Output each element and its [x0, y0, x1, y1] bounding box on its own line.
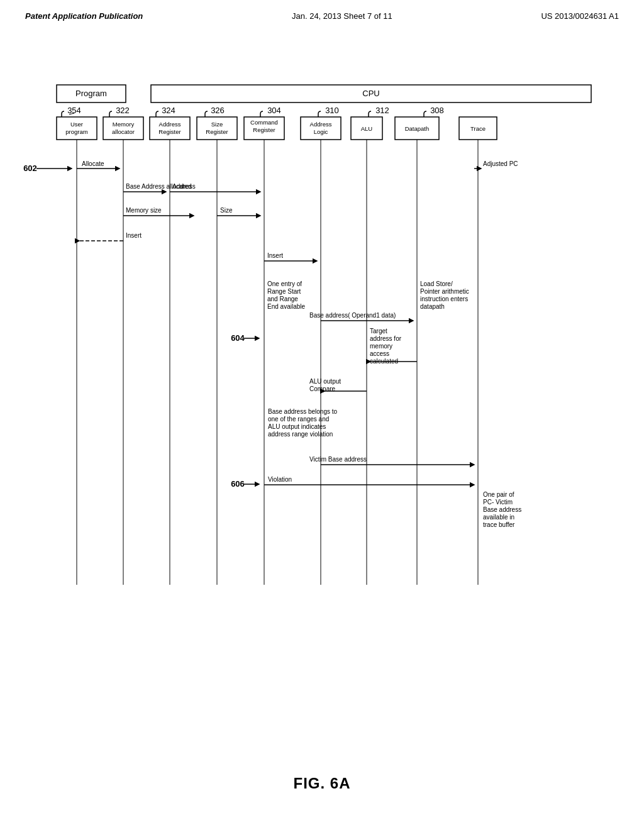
svg-text:308: 308 [430, 106, 444, 115]
svg-text:304: 304 [267, 106, 281, 115]
header-left: Patent Application Publication [25, 11, 143, 21]
svg-text:Violation: Violation [268, 476, 292, 483]
svg-text:CPU: CPU [362, 89, 379, 98]
svg-text:Insert: Insert [267, 252, 283, 259]
svg-text:606: 606 [231, 479, 245, 489]
svg-text:Trace: Trace [470, 125, 486, 132]
svg-text:Address: Address [310, 121, 332, 128]
svg-text:Victim Base address: Victim Base address [309, 456, 367, 463]
svg-text:Load Store/: Load Store/ [420, 280, 453, 287]
svg-text:Command: Command [250, 119, 278, 126]
svg-text:602: 602 [23, 163, 37, 173]
svg-text:Size: Size [220, 207, 233, 214]
diagram-svg: Program CPU 354 322 324 326 304 310 312 … [19, 82, 629, 629]
svg-text:Address: Address [159, 121, 181, 128]
svg-text:Adjusted PC: Adjusted PC [483, 160, 518, 167]
svg-text:322: 322 [116, 106, 130, 115]
svg-text:310: 310 [325, 106, 339, 115]
svg-text:One entry of: One entry of [267, 280, 302, 287]
svg-text:datapath: datapath [420, 303, 445, 310]
svg-text:324: 324 [162, 106, 175, 115]
svg-text:Allocate: Allocate [82, 160, 104, 167]
svg-text:Target: Target [370, 328, 387, 335]
svg-text:and Range: and Range [267, 296, 298, 302]
svg-text:326: 326 [211, 106, 225, 115]
header-center: Jan. 24, 2013 Sheet 7 of 11 [292, 11, 392, 21]
svg-text:address range violation: address range violation [268, 431, 333, 438]
svg-text:allocator: allocator [112, 128, 135, 135]
svg-text:Register: Register [253, 126, 275, 133]
svg-text:Insert: Insert [126, 232, 142, 239]
svg-text:Base address belongs to: Base address belongs to [268, 408, 338, 415]
fig-caption: FIG. 6A [0, 775, 644, 792]
svg-text:program: program [65, 128, 87, 135]
svg-text:ALU: ALU [361, 125, 373, 132]
svg-text:One pair of: One pair of [483, 491, 514, 498]
svg-text:Register: Register [206, 128, 228, 135]
svg-text:Pointer arithmetic: Pointer arithmetic [420, 288, 469, 295]
svg-text:ALU output indicates: ALU output indicates [268, 423, 326, 430]
svg-text:Program: Program [75, 89, 107, 98]
svg-text:354: 354 [67, 106, 81, 115]
svg-text:available in: available in [483, 514, 514, 521]
svg-text:PC- Victim: PC- Victim [483, 499, 513, 506]
svg-text:address for: address for [370, 335, 402, 342]
svg-text:one of the ranges  and: one of the ranges and [268, 416, 329, 423]
svg-text:Memory: Memory [113, 121, 135, 128]
svg-text:ALU output: ALU output [309, 378, 341, 385]
svg-text:Logic: Logic [314, 128, 328, 135]
svg-text:Base address( Operand1 data): Base address( Operand1 data) [309, 312, 396, 319]
svg-text:access: access [370, 350, 389, 357]
svg-text:Size: Size [211, 121, 223, 128]
svg-text:trace buffer: trace buffer [483, 521, 515, 528]
header-right: US 2013/0024631 A1 [541, 11, 619, 21]
svg-text:Memory size: Memory size [126, 207, 162, 214]
svg-text:User: User [70, 121, 83, 128]
svg-text:604: 604 [231, 333, 245, 343]
svg-text:312: 312 [375, 106, 389, 115]
svg-text:Address: Address [172, 183, 196, 190]
svg-text:Datapath: Datapath [405, 125, 430, 132]
svg-text:memory: memory [370, 343, 392, 350]
svg-text:Base address: Base address [483, 506, 521, 513]
svg-text:Register: Register [158, 128, 180, 135]
header: Patent Application Publication Jan. 24, … [0, 0, 644, 27]
svg-text:End available: End available [267, 303, 305, 310]
svg-text:Range Start: Range Start [267, 288, 301, 295]
svg-text:instruction enters: instruction enters [420, 296, 468, 302]
